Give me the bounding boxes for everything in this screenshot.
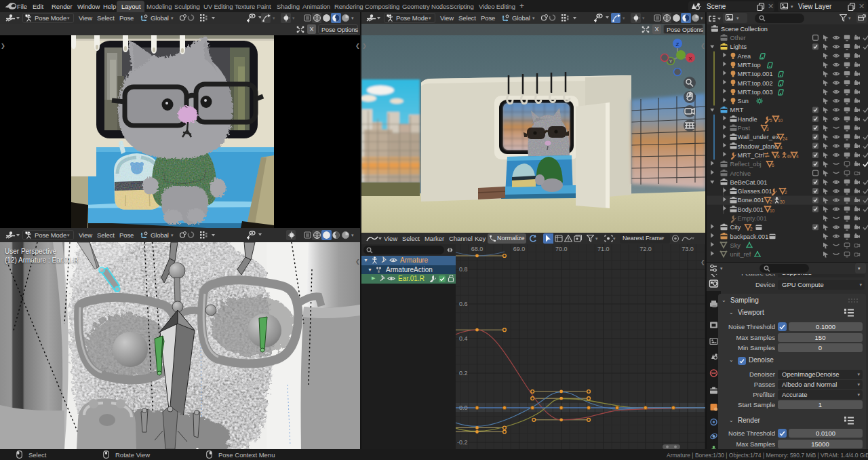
svg-text:70.0: 70.0 bbox=[555, 246, 568, 252]
svg-text:Other: Other bbox=[730, 35, 746, 41]
svg-text:0.8: 0.8 bbox=[459, 266, 468, 273]
svg-text:MRT.top: MRT.top bbox=[738, 62, 761, 69]
svg-text:Reflect_obj: Reflect_obj bbox=[730, 161, 762, 168]
svg-text:Bone.001: Bone.001 bbox=[738, 197, 764, 204]
svg-text:MRT.top.001: MRT.top.001 bbox=[738, 71, 773, 77]
svg-text:Scene Collection: Scene Collection bbox=[721, 26, 768, 33]
svg-text:MRT_Ctrl: MRT_Ctrl bbox=[738, 152, 764, 159]
svg-text:Wall_under_ex: Wall_under_ex bbox=[738, 134, 779, 140]
svg-text:0.6: 0.6 bbox=[459, 301, 468, 307]
svg-text:0.2: 0.2 bbox=[459, 370, 468, 377]
svg-text:10: 10 bbox=[778, 118, 783, 123]
svg-text:Area: Area bbox=[738, 53, 751, 60]
svg-text:unit_ref: unit_ref bbox=[730, 251, 751, 258]
svg-text:City: City bbox=[730, 224, 741, 231]
svg-text:MRT.top.002: MRT.top.002 bbox=[738, 80, 773, 87]
svg-text:Empty.001: Empty.001 bbox=[738, 215, 767, 222]
svg-text:-0.2: -0.2 bbox=[457, 439, 468, 446]
svg-text:30: 30 bbox=[780, 199, 785, 204]
svg-text:24: 24 bbox=[783, 136, 788, 141]
svg-text:4: 4 bbox=[796, 154, 799, 159]
svg-text:3: 3 bbox=[766, 127, 769, 132]
svg-text:2: 2 bbox=[770, 199, 772, 204]
svg-text:shadow_plane: shadow_plane bbox=[738, 143, 778, 150]
svg-text:MRT.top.003: MRT.top.003 bbox=[738, 89, 773, 96]
svg-text:73.0: 73.0 bbox=[682, 246, 694, 252]
svg-text:6: 6 bbox=[777, 154, 780, 159]
svg-text:10: 10 bbox=[770, 208, 775, 213]
svg-text:BeBeCat.001: BeBeCat.001 bbox=[730, 179, 768, 186]
svg-text:backpack.001: backpack.001 bbox=[730, 233, 769, 240]
svg-text:X: X bbox=[688, 56, 692, 62]
svg-text:Sun: Sun bbox=[738, 98, 749, 104]
svg-text:Y: Y bbox=[669, 59, 673, 64]
svg-text:Z: Z bbox=[676, 41, 679, 47]
svg-text:5: 5 bbox=[770, 118, 772, 123]
svg-text:49: 49 bbox=[787, 154, 792, 159]
svg-text:Glasses.001: Glasses.001 bbox=[738, 188, 772, 195]
svg-text:0.4: 0.4 bbox=[459, 335, 468, 342]
svg-text:6: 6 bbox=[772, 163, 774, 168]
svg-text:4: 4 bbox=[780, 145, 783, 150]
svg-text:72.0: 72.0 bbox=[639, 246, 652, 252]
svg-text:68.0: 68.0 bbox=[471, 246, 484, 252]
svg-text:0.0: 0.0 bbox=[459, 404, 468, 411]
svg-text:Handle: Handle bbox=[738, 116, 757, 123]
svg-text:2: 2 bbox=[785, 190, 787, 195]
svg-text:MRT: MRT bbox=[730, 107, 744, 113]
svg-text:Lights: Lights bbox=[730, 43, 747, 50]
svg-text:Sky: Sky bbox=[730, 242, 741, 249]
svg-text:71.0: 71.0 bbox=[597, 246, 610, 252]
svg-text:69.0: 69.0 bbox=[513, 246, 526, 252]
svg-text:Body.001: Body.001 bbox=[738, 206, 764, 213]
svg-text:Post: Post bbox=[738, 125, 751, 132]
svg-text:2: 2 bbox=[750, 227, 753, 231]
svg-text:Archive: Archive bbox=[730, 170, 751, 177]
